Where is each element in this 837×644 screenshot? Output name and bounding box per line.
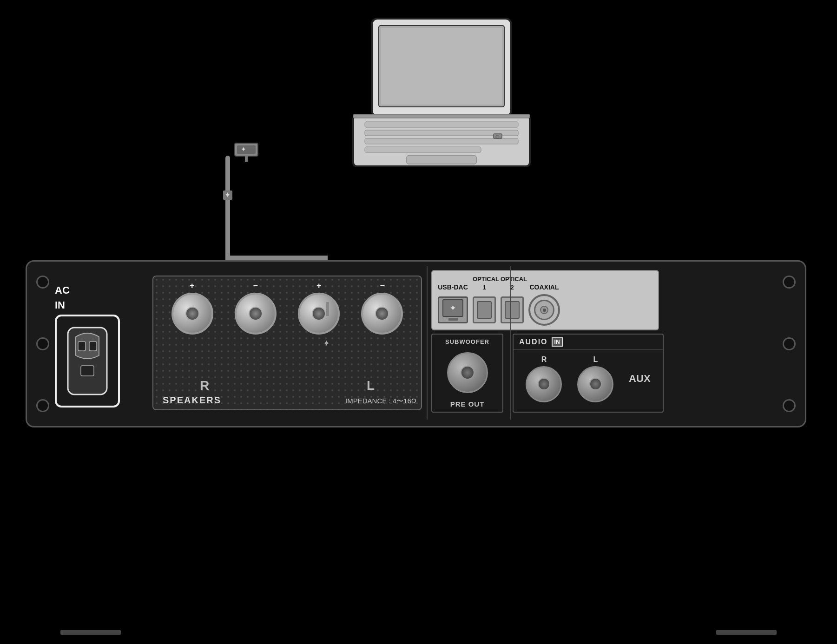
bottom-line-left (60, 630, 121, 635)
usb-dac-label-text: USB-DAC (438, 283, 468, 291)
svg-rect-24 (81, 366, 94, 376)
pole-minus-r2: − (253, 281, 258, 291)
preout-knob (447, 352, 488, 393)
pre-out-section: SUBWOOFER PRE OUT (431, 334, 503, 413)
subwoofer-label: SUBWOOFER (445, 338, 489, 345)
audio-r-channel: R (526, 355, 562, 402)
usb-dac-label: USB-DAC (438, 283, 468, 291)
audio-l-label: L (593, 355, 598, 364)
pole-plus-l1: + (316, 281, 322, 291)
svg-rect-2 (381, 28, 502, 105)
svg-text:✦: ✦ (224, 191, 231, 199)
ac-socket (55, 315, 120, 407)
pre-out-label: PRE OUT (450, 400, 485, 408)
svg-rect-13 (237, 145, 256, 154)
svg-rect-22 (78, 342, 86, 351)
optical1-label: OPTICAL (473, 276, 499, 283)
svg-rect-7 (365, 147, 481, 152)
terminal-l-minus (361, 293, 403, 335)
audio-in-header: AUDIO IN (514, 335, 663, 350)
audio-knobs-container: R L AUX (514, 350, 663, 407)
screw-ml (36, 337, 49, 350)
speakers-label: SPEAKERS (163, 395, 221, 406)
ac-in-label: AC (55, 285, 138, 296)
svg-text:⬡: ⬡ (495, 134, 500, 139)
diagram-container: ⬡ ✦ ✦ ✦ (0, 0, 837, 644)
optical1-sub: 1 (482, 284, 486, 291)
svg-rect-4 (365, 122, 518, 127)
screw-bl (36, 399, 49, 412)
vertical-divider-1 (427, 266, 428, 420)
audio-in-badge: IN (552, 337, 563, 347)
usb-connector-laptop-end: ✦ (232, 138, 260, 162)
bottom-line-right (716, 630, 777, 635)
optical2-port (501, 296, 524, 323)
screw-mr (783, 337, 796, 350)
speaker-l-label: L (367, 378, 375, 393)
ac-in-section: AC IN (55, 285, 138, 392)
audio-in-section: AUDIO IN R L AUX (513, 334, 664, 413)
impedance-label: IMPEDANCE : 4〜16Ω (345, 397, 416, 406)
digital-ports-row: ✦ (438, 294, 652, 326)
coaxial-label: COAXIAL (530, 283, 559, 291)
svg-rect-8 (407, 156, 476, 164)
terminal-poles-top: + − + − (153, 281, 421, 291)
vertical-divider-2 (510, 266, 511, 420)
aux-label: AUX (629, 373, 650, 385)
laptop-illustration: ⬡ (316, 14, 548, 191)
terminal-r-plus (171, 293, 213, 335)
screw-tl (36, 276, 49, 289)
svg-text:✦: ✦ (241, 145, 246, 153)
coaxial-label-text: COAXIAL (528, 283, 560, 291)
audio-l-channel: L (577, 355, 613, 402)
pole-plus-r1: + (190, 281, 195, 291)
optical2-label: OPTICAL (501, 276, 527, 283)
optical2-label-text: OPTICAL 2 (501, 275, 524, 291)
svg-rect-16 (223, 191, 232, 200)
usb-dac-port: ✦ (438, 296, 468, 323)
amplifier-back-panel: AC IN (26, 260, 806, 427)
terminal-r-minus (235, 293, 277, 335)
terminals-row (153, 293, 421, 335)
digital-inputs-panel: USB-DAC OPTICAL 1 OPTICAL 2 COAXIAL (431, 270, 659, 330)
coaxial-port (528, 294, 560, 326)
svg-rect-23 (89, 342, 97, 351)
audio-in-label: AUDIO (519, 338, 548, 346)
svg-rect-9 (353, 114, 530, 118)
ac-in-label2: IN (55, 300, 138, 311)
svg-rect-15 (245, 156, 248, 162)
digital-audio-section: USB-DAC OPTICAL 1 OPTICAL 2 COAXIAL (431, 270, 659, 344)
screw-tr (783, 276, 796, 289)
speakers-section: + − + − (152, 276, 422, 410)
terminal-l-plus (298, 293, 340, 335)
audio-r-label: R (541, 355, 547, 364)
speaker-r-label: R (200, 378, 209, 393)
pole-minus-l2: − (380, 281, 385, 291)
audio-r-knob (526, 366, 562, 402)
usb-dac-icon: ✦ (449, 303, 456, 313)
optical1-label-text: OPTICAL 1 (473, 275, 496, 291)
digital-input-labels: USB-DAC OPTICAL 1 OPTICAL 2 COAXIAL (438, 275, 652, 291)
screw-br (783, 399, 796, 412)
audio-l-knob (577, 366, 613, 402)
optical1-port (473, 296, 496, 323)
